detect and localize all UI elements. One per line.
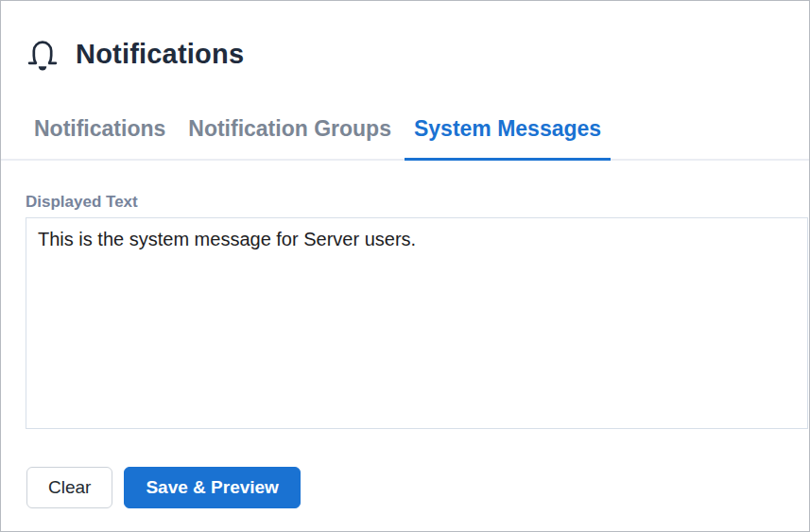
page-header: Notifications [1, 1, 809, 74]
save-preview-button[interactable]: Save & Preview [124, 467, 300, 508]
displayed-text-input[interactable]: This is the system message for Server us… [26, 217, 808, 429]
bell-icon [25, 34, 60, 74]
clear-button[interactable]: Clear [26, 467, 112, 508]
tab-bar: Notifications Notification Groups System… [1, 115, 809, 161]
tab-notification-groups[interactable]: Notification Groups [179, 115, 401, 159]
notifications-page: Notifications Notifications Notification… [0, 0, 810, 532]
action-bar: Clear Save & Preview [26, 467, 785, 508]
tab-notifications[interactable]: Notifications [25, 115, 175, 159]
displayed-text-label: Displayed Text [26, 193, 785, 211]
page-title: Notifications [76, 39, 244, 70]
tab-system-messages[interactable]: System Messages [405, 115, 611, 159]
